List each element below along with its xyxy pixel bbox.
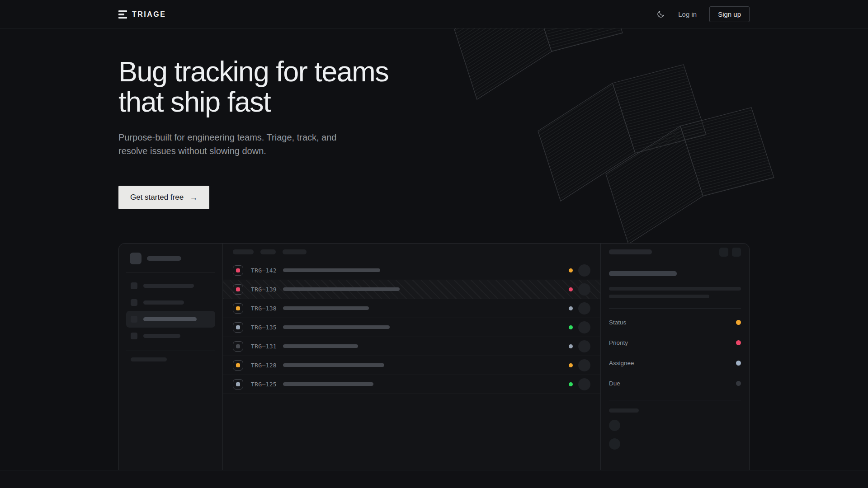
issue-type-icon — [233, 303, 243, 314]
detail-field-value-dot — [736, 381, 741, 386]
avatar — [578, 359, 590, 371]
issue-type-icon — [233, 360, 243, 371]
issue-list-header — [223, 244, 600, 261]
brand-name: TRIAGE — [132, 10, 166, 19]
detail-field-value-dot — [736, 361, 741, 366]
get-started-label: Get started free — [130, 193, 184, 202]
issue-title-skeleton — [283, 382, 373, 386]
avatar — [578, 283, 590, 296]
detail-panel-header — [601, 244, 749, 261]
sidebar-section-label-skeleton — [131, 357, 167, 361]
filter-pill-skeleton[interactable] — [260, 249, 276, 254]
sidebar-item-skeleton-active[interactable] — [126, 311, 215, 328]
detail-title-skeleton — [609, 271, 677, 276]
detail-action-button[interactable] — [732, 248, 741, 257]
issue-row[interactable]: TRG–139 — [223, 280, 600, 299]
issue-id: TRG–131 — [251, 343, 277, 350]
sidebar-item-skeleton[interactable] — [126, 294, 215, 311]
status-dot — [569, 363, 573, 367]
status-dot — [569, 268, 573, 272]
hero-subtitle: Purpose-built for engineering teams. Tri… — [118, 131, 750, 158]
status-dot — [569, 382, 573, 386]
mockup-sidebar — [119, 244, 223, 476]
moon-icon — [656, 10, 665, 19]
sidebar-item-skeleton[interactable] — [126, 328, 215, 344]
hero-heading-line2: that ship fast — [118, 86, 270, 117]
filter-pill-skeleton[interactable] — [233, 249, 254, 254]
login-link[interactable]: Log in — [678, 10, 697, 18]
get-started-button[interactable]: Get started free → — [118, 186, 209, 209]
filter-pill-skeleton[interactable] — [283, 249, 307, 254]
issue-row[interactable]: TRG–125 — [223, 375, 600, 394]
triage-bars-icon — [118, 10, 127, 19]
issue-id: TRG–138 — [251, 305, 277, 312]
avatar — [578, 378, 590, 390]
detail-field-label: Due — [609, 380, 620, 387]
detail-field-label: Status — [609, 319, 626, 326]
issue-type-icon — [233, 265, 243, 276]
detail-header-skeleton — [609, 249, 652, 254]
issue-row[interactable]: TRG–138 — [223, 299, 600, 318]
issue-type-icon — [233, 379, 243, 389]
theme-toggle-button[interactable] — [656, 9, 665, 19]
issue-type-icon — [233, 284, 243, 295]
status-dot — [569, 325, 573, 329]
detail-text-skeleton — [609, 287, 741, 291]
issue-id: TRG–125 — [251, 381, 277, 388]
hero-heading: Bug tracking for teams that ship fast — [118, 56, 750, 117]
hero-subtitle-line2: resolve issues without slowing down. — [118, 146, 266, 156]
detail-field-row[interactable]: Due — [609, 373, 741, 394]
detail-field-value-dot — [736, 340, 741, 345]
issue-title-skeleton — [283, 306, 369, 310]
status-dot — [569, 344, 573, 348]
activity-avatar-skeleton — [609, 438, 620, 450]
issue-list: TRG–142TRG–139TRG–138TRG–135TRG–131TRG–1… — [223, 244, 601, 476]
sidebar-logo-skeleton — [126, 253, 215, 264]
avatar — [578, 321, 590, 333]
activity-avatar-skeleton — [609, 420, 620, 431]
issue-type-icon — [233, 322, 243, 333]
app-mockup: TRG–142TRG–139TRG–138TRG–135TRG–131TRG–1… — [118, 243, 750, 476]
detail-field-row[interactable]: Assignee — [609, 353, 741, 373]
hero-heading-line1: Bug tracking for teams — [118, 56, 388, 87]
avatar — [578, 302, 590, 314]
detail-section-label-skeleton — [609, 408, 639, 413]
issue-id: TRG–139 — [251, 286, 277, 293]
avatar — [578, 264, 590, 277]
issue-title-skeleton — [283, 325, 390, 329]
hero-subtitle-line1: Purpose-built for engineering teams. Tri… — [118, 132, 336, 142]
signup-button[interactable]: Sign up — [709, 6, 750, 22]
detail-field-row[interactable]: Priority — [609, 333, 741, 353]
top-nav: TRIAGE Log in Sign up — [0, 0, 868, 28]
issue-row[interactable]: TRG–131 — [223, 337, 600, 356]
detail-field-label: Assignee — [609, 360, 634, 366]
detail-field-value-dot — [736, 320, 741, 325]
issue-type-icon — [233, 341, 243, 352]
issue-title-skeleton — [283, 344, 358, 348]
detail-field-label: Priority — [609, 339, 628, 346]
sidebar-item-skeleton[interactable] — [126, 277, 215, 294]
footer-bar — [0, 470, 868, 488]
issue-title-skeleton — [283, 287, 400, 291]
status-dot — [569, 306, 573, 310]
avatar — [578, 340, 590, 352]
detail-action-button[interactable] — [719, 248, 728, 257]
issue-title-skeleton — [283, 268, 380, 272]
issue-title-skeleton — [283, 363, 384, 367]
detail-text-skeleton — [609, 295, 709, 298]
issue-id: TRG–142 — [251, 267, 277, 274]
issue-row[interactable]: TRG–135 — [223, 318, 600, 337]
issue-row[interactable]: TRG–128 — [223, 356, 600, 375]
detail-field-row[interactable]: Status — [609, 312, 741, 333]
detail-panel: StatusPriorityAssigneeDue — [601, 244, 749, 476]
brand[interactable]: TRIAGE — [118, 10, 166, 19]
arrow-right-icon: → — [189, 193, 198, 202]
status-dot — [569, 287, 573, 291]
issue-id: TRG–128 — [251, 362, 277, 369]
issue-id: TRG–135 — [251, 324, 277, 331]
issue-row[interactable]: TRG–142 — [223, 261, 600, 280]
hero-section: Bug tracking for teams that ship fast Pu… — [0, 0, 868, 476]
